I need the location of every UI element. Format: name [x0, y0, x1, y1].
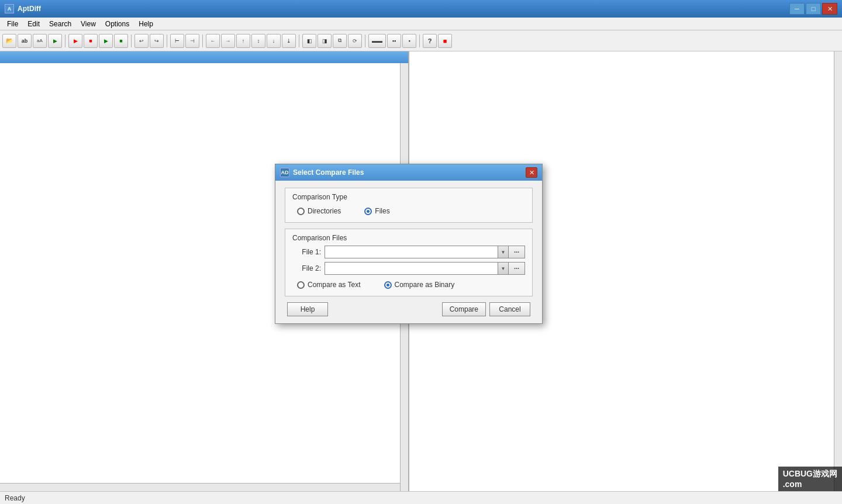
toolbar-text[interactable]: aA — [33, 34, 47, 48]
menu-bar: File Edit Search View Options Help — [0, 18, 842, 30]
file1-combo[interactable]: ▼ — [325, 246, 509, 258]
dialog-icon: AD — [280, 168, 289, 177]
dialog-title-bar: AD Select Compare Files ✕ — [275, 164, 542, 181]
file2-combo-arrow[interactable]: ▼ — [498, 263, 508, 274]
compare-mode-radio-group: Compare as Text Compare as Binary — [292, 278, 525, 291]
radio-files-circle — [364, 208, 372, 215]
toolbar-updown[interactable]: ↕ — [251, 34, 265, 48]
status-bar: Ready — [0, 491, 842, 504]
dialog-right-buttons: Compare Cancel — [442, 302, 530, 316]
maximize-button[interactable]: □ — [806, 3, 821, 15]
toolbar-copy2[interactable]: ◨ — [318, 34, 332, 48]
right-scrollbar-vertical[interactable] — [834, 51, 842, 491]
toolbar-sep5 — [299, 34, 299, 47]
help-button[interactable]: Help — [287, 302, 328, 316]
compare-button[interactable]: Compare — [442, 302, 486, 316]
toolbar-redo[interactable]: ↪ — [150, 34, 164, 48]
file1-row: File 1: ▼ ··· — [292, 246, 525, 258]
radio-directories-label: Directories — [308, 207, 341, 215]
select-compare-files-dialog[interactable]: AD Select Compare Files ✕ Comparison Typ… — [275, 164, 543, 324]
radio-directories[interactable]: Directories — [297, 207, 341, 215]
app-title: AptDiff — [18, 5, 789, 13]
radio-compare-binary-circle — [384, 281, 392, 289]
comparison-files-section: Comparison Files File 1: ▼ ··· File 2: ▼… — [285, 229, 533, 296]
dialog-icon-text: AD — [281, 170, 289, 175]
title-bar: A AptDiff ─ □ ✕ — [0, 0, 842, 18]
dialog-close-button[interactable]: ✕ — [526, 167, 537, 178]
dialog-body: Comparison Type Directories Files Compar… — [275, 181, 542, 323]
menu-search[interactable]: Search — [44, 19, 76, 29]
radio-compare-text-label: Compare as Text — [308, 281, 361, 289]
toolbar-copy3[interactable]: ⧉ — [333, 34, 347, 48]
close-button[interactable]: ✕ — [822, 3, 837, 15]
status-text: Ready — [5, 494, 25, 502]
toolbar-save[interactable]: ab — [18, 34, 32, 48]
toolbar-down[interactable]: ↓ — [267, 34, 281, 48]
toolbar-sep3 — [167, 34, 167, 47]
radio-compare-binary[interactable]: Compare as Binary — [384, 281, 455, 289]
menu-view[interactable]: View — [76, 19, 101, 29]
dialog-title: Select Compare Files — [293, 168, 526, 177]
toolbar-sep1 — [65, 34, 65, 47]
menu-edit[interactable]: Edit — [23, 19, 44, 29]
comparison-type-radio-group: Directories Files — [292, 205, 525, 218]
toolbar-stop[interactable]: ■ — [438, 34, 452, 48]
radio-directories-circle — [297, 208, 305, 215]
toolbar-mark-green1[interactable]: ▶ — [99, 34, 113, 48]
toolbar-bottom[interactable]: ⤓ — [282, 34, 296, 48]
menu-file[interactable]: File — [2, 19, 23, 29]
left-panel-header — [0, 51, 408, 63]
file2-combo[interactable]: ▼ — [325, 262, 509, 275]
toolbar-copy1[interactable]: ◧ — [302, 34, 316, 48]
minimize-button[interactable]: ─ — [789, 3, 805, 15]
toolbar-sep6 — [365, 34, 365, 47]
toolbar-nav-end[interactable]: ⊣ — [185, 34, 199, 48]
toolbar: 📂 ab aA ▶ ▶ ■ ▶ ■ ↩ ↪ ⊢ ⊣ ← → ↑ ↕ ↓ ⤓ ◧ … — [0, 30, 842, 51]
file2-row: File 2: ▼ ··· — [292, 262, 525, 275]
radio-files[interactable]: Files — [364, 207, 389, 215]
file1-label: File 1: — [292, 248, 325, 256]
toolbar-sep4 — [202, 34, 203, 47]
toolbar-refresh[interactable]: ⟳ — [348, 34, 362, 48]
radio-compare-text[interactable]: Compare as Text — [297, 281, 361, 289]
menu-options[interactable]: Options — [101, 19, 134, 29]
dialog-buttons: Help Compare Cancel — [285, 302, 533, 316]
toolbar-prev[interactable]: ← — [206, 34, 220, 48]
radio-files-label: Files — [375, 207, 389, 215]
toolbar-zoom3[interactable]: ▪ — [402, 34, 416, 48]
toolbar-undo[interactable]: ↩ — [134, 34, 149, 48]
menu-help[interactable]: Help — [134, 19, 158, 29]
comparison-type-section: Comparison Type Directories Files — [285, 188, 533, 223]
radio-compare-binary-label: Compare as Binary — [395, 281, 455, 289]
app-icon: A — [5, 4, 14, 13]
toolbar-nav-start[interactable]: ⊢ — [170, 34, 184, 48]
cancel-button[interactable]: Cancel — [489, 302, 530, 316]
file2-browse-button[interactable]: ··· — [509, 262, 525, 275]
toolbar-help[interactable]: ? — [423, 34, 437, 48]
watermark-line1: UCBUG游戏网 — [783, 469, 837, 478]
toolbar-up[interactable]: ↑ — [236, 34, 250, 48]
watermark-line2: .com — [783, 479, 802, 489]
toolbar-zoom1[interactable]: ▬▬ — [368, 34, 386, 48]
toolbar-sync[interactable]: ▶ — [48, 34, 62, 48]
toolbar-sep7 — [419, 34, 420, 47]
left-scrollbar-horizontal[interactable] — [0, 483, 400, 491]
toolbar-mark-green2[interactable]: ■ — [114, 34, 128, 48]
comparison-type-label: Comparison Type — [292, 193, 525, 201]
radio-compare-text-circle — [297, 281, 305, 289]
watermark: UCBUG游戏网 .com — [778, 467, 842, 491]
toolbar-zoom2[interactable]: ▪▪ — [387, 34, 401, 48]
toolbar-open[interactable]: 📂 — [2, 34, 16, 48]
window-controls: ─ □ ✕ — [789, 3, 837, 15]
toolbar-sep2 — [131, 34, 132, 47]
comparison-files-label: Comparison Files — [292, 234, 525, 242]
toolbar-mark-red1[interactable]: ▶ — [68, 34, 82, 48]
toolbar-mark-red2[interactable]: ■ — [84, 34, 98, 48]
file1-combo-arrow[interactable]: ▼ — [498, 246, 508, 258]
file1-browse-button[interactable]: ··· — [509, 246, 525, 258]
file2-label: File 2: — [292, 264, 325, 272]
toolbar-next[interactable]: → — [221, 34, 235, 48]
